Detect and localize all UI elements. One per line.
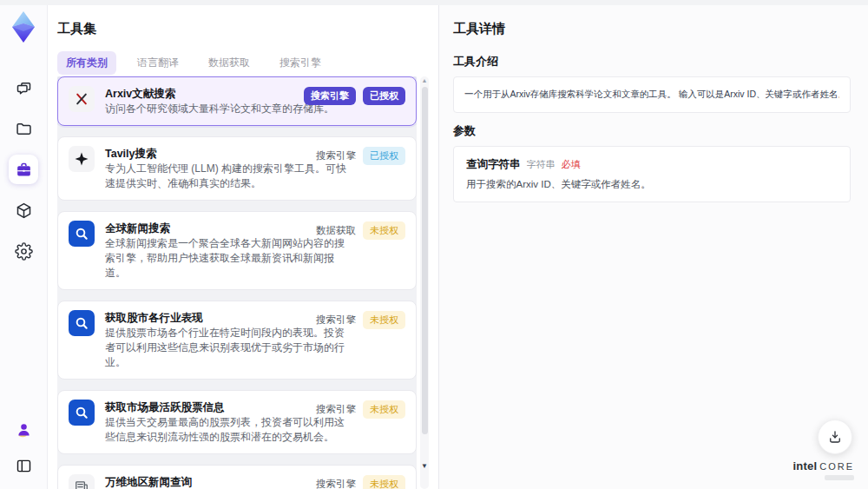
folder-icon	[15, 120, 33, 138]
intro-text: 一个用于从Arxiv存储库搜索科学论文和文章的工具。 输入可以是Arxiv ID…	[464, 88, 839, 102]
tool-icon	[69, 146, 95, 172]
brand-intel-text: intel	[792, 459, 817, 472]
auth-status-badge: 已授权	[363, 147, 405, 165]
collapse-sidebar-button[interactable]	[9, 451, 38, 480]
search-icon	[73, 314, 90, 332]
category-tab[interactable]: 搜索引擎	[271, 51, 330, 75]
scrollbar: ▲ ▼	[420, 76, 429, 489]
param-description: 用于搜索的Arxiv ID、关键字或作者姓名。	[466, 178, 838, 191]
briefcase-icon	[15, 161, 33, 179]
intro-box: 一个用于从Arxiv存储库搜索科学论文和文章的工具。 输入可以是Arxiv ID…	[453, 76, 851, 113]
sparkle-icon	[73, 150, 90, 168]
scroll-up-arrow[interactable]: ▲	[420, 77, 429, 83]
category-badge: 搜索引擎	[316, 149, 356, 162]
tool-card[interactable]: Tavily搜索 专为人工智能代理 (LLM) 构建的搜索引擎工具。可快速提供实…	[57, 136, 417, 201]
auth-status-badge: 未授权	[363, 475, 405, 489]
sidebar	[0, 0, 48, 489]
tool-list-panel: 工具集 所有类别语言翻译数据获取搜索引擎 Arxiv文献搜索 访问各个研究领域大…	[49, 5, 438, 489]
sidebar-item-tools[interactable]	[9, 155, 38, 184]
download-icon	[827, 429, 843, 445]
tool-card[interactable]: 万维地区新闻查询 查询具体行政区划内的新闻，快速了解各地新闻动 搜索引擎 未授权	[57, 465, 417, 489]
tool-icon	[69, 400, 95, 426]
chat-icon	[15, 79, 33, 97]
app-window: 工具集 所有类别语言翻译数据获取搜索引擎 Arxiv文献搜索 访问各个研究领域大…	[0, 0, 868, 489]
sidebar-item-settings[interactable]	[9, 236, 38, 266]
search-icon	[73, 404, 90, 421]
tool-detail-panel: 工具详情 工具介绍 一个用于从Arxiv存储库搜索科学论文和文章的工具。 输入可…	[438, 5, 868, 489]
detail-title: 工具详情	[453, 21, 505, 37]
arxiv-icon	[73, 90, 90, 108]
params-heading: 参数	[453, 123, 476, 139]
user-icon	[15, 420, 33, 439]
tool-card[interactable]: 全球新闻搜索 全球新闻搜索是一个聚合全球各大新闻网站内容的搜索引擎，帮助用户快速…	[57, 211, 417, 290]
category-badge: 搜索引擎	[316, 314, 356, 327]
category-badge: 搜索引擎	[316, 403, 356, 416]
category-badge: 搜索引擎	[316, 478, 356, 489]
tool-icon	[69, 474, 95, 489]
tool-tags: 搜索引擎 已授权	[316, 147, 405, 165]
search-icon	[73, 225, 90, 242]
user-account-button[interactable]	[9, 414, 38, 444]
intel-core-logo: intel core	[792, 459, 854, 480]
auth-status-badge: 未授权	[363, 311, 405, 329]
auth-status-badge: 未授权	[363, 400, 405, 419]
download-button[interactable]	[818, 420, 852, 454]
param-required-badge: 必填	[562, 158, 581, 171]
brand-subtext-bar	[825, 475, 854, 480]
newspaper-icon	[73, 479, 90, 489]
tool-tags: 搜索引擎 未授权	[316, 475, 405, 489]
tool-description: 专为人工智能代理 (LLM) 构建的搜索引擎工具。可快速提供实时、准确和真实的结…	[105, 162, 348, 191]
sidebar-item-files[interactable]	[9, 114, 38, 143]
tool-description: 提供当天交易量最高的股票列表，投资者可以利用这些信息来识别流动性强的股票和潜在的…	[105, 415, 348, 445]
tool-description: 全球新闻搜索是一个聚合全球各大新闻网站内容的搜索引擎，帮助用户快速获取全球最新资…	[105, 236, 348, 281]
sidebar-nav	[9, 73, 38, 266]
category-badge: 数据获取	[316, 224, 356, 237]
brand-core-text: core	[819, 461, 854, 472]
param-box: 查询字符串 字符串 必填 用于搜索的Arxiv ID、关键字或作者姓名。	[453, 146, 851, 202]
gear-icon	[15, 242, 33, 261]
category-badge: 搜索引擎	[304, 87, 356, 105]
tool-icon	[69, 221, 95, 247]
tool-tags: 搜索引擎 已授权	[304, 87, 405, 105]
param-name: 查询字符串	[466, 157, 521, 172]
param-row: 查询字符串 字符串 必填	[466, 157, 838, 172]
page-title: 工具集	[57, 21, 96, 37]
tool-tags: 数据获取 未授权	[316, 221, 405, 240]
sidebar-item-models[interactable]	[9, 195, 38, 225]
category-tab[interactable]: 所有类别	[57, 51, 116, 75]
scrollbar-thumb[interactable]	[422, 87, 428, 434]
tool-card[interactable]: 获取市场最活跃股票信息 提供当天交易量最高的股票列表，投资者可以利用这些信息来识…	[57, 390, 417, 454]
param-type: 字符串	[527, 158, 556, 171]
tool-description: 提供股票市场各个行业在特定时间段内的表现。投资者可以利用这些信息来识别表现优于或…	[105, 326, 348, 370]
tool-card[interactable]: Arxiv文献搜索 访问各个研究领域大量科学论文和文章的存储库。 搜索引擎 已授…	[57, 76, 417, 126]
tool-list: Arxiv文献搜索 访问各个研究领域大量科学论文和文章的存储库。 搜索引擎 已授…	[57, 76, 417, 489]
auth-status-badge: 已授权	[363, 87, 405, 105]
app-logo-icon	[9, 10, 38, 43]
category-tab[interactable]: 数据获取	[200, 51, 259, 75]
tool-icon	[69, 86, 95, 112]
cube-icon	[15, 202, 33, 220]
collapse-panel-icon	[15, 457, 33, 475]
tool-card[interactable]: 获取股市各行业表现 提供股票市场各个行业在特定时间段内的表现。投资者可以利用这些…	[57, 301, 417, 380]
tool-tags: 搜索引擎 未授权	[316, 311, 405, 329]
auth-status-badge: 未授权	[363, 221, 405, 240]
category-tab[interactable]: 语言翻译	[128, 51, 187, 75]
top-strip	[0, 0, 868, 5]
tool-tags: 搜索引擎 未授权	[316, 400, 405, 419]
tool-icon	[69, 310, 95, 336]
intro-heading: 工具介绍	[453, 54, 498, 69]
category-tabs: 所有类别语言翻译数据获取搜索引擎	[57, 51, 330, 75]
sidebar-item-chat[interactable]	[9, 73, 38, 102]
sidebar-bottom	[9, 414, 38, 480]
scroll-down-arrow[interactable]: ▼	[420, 462, 429, 470]
